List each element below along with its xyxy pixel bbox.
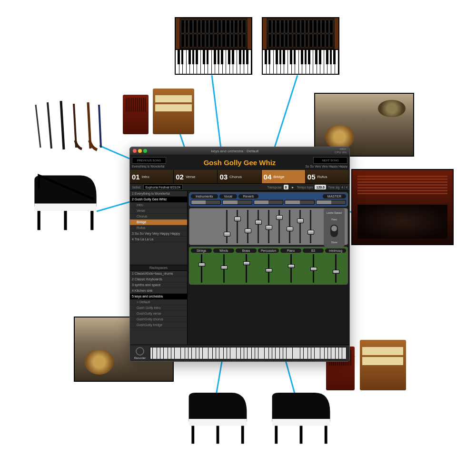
channel-label: Percussion [258,248,279,253]
rackspace-row[interactable]: 5 keys and orchestra [130,294,187,299]
svg-rect-22 [189,419,247,426]
surround-piano-3 [267,390,336,447]
rackspace-row[interactable]: 2 Classic Keyboards [130,277,187,282]
prev-song-button[interactable]: PREVIOUS SONG [132,157,166,164]
channel-fader-strings[interactable] [191,254,212,283]
level-meter [191,200,221,205]
current-song-title: Gosh Golly Gee Whiz [177,159,303,167]
tab-row: InstrumentsVocalReverbMASTER [191,194,346,198]
title-bar: keys and orchestra : Default MIDI:CPU: 6… [130,147,349,155]
song-part-row[interactable]: Intro [130,202,187,208]
prev-song-name: Everything is Wonderful [132,165,175,168]
surround-piano-2 [183,390,252,447]
rackspace-variation-row[interactable]: > Default [130,299,187,305]
channel-fader-winds[interactable] [213,254,234,283]
part-bridge[interactable]: 04Bridge [262,170,306,183]
leslie-switch[interactable] [330,225,338,237]
drawbar[interactable] [286,210,293,243]
channel-fader-minimoog[interactable] [325,254,346,283]
record-icon[interactable] [136,347,144,356]
drawbar[interactable] [307,210,314,243]
app-title: keys and orchestra : Default [149,149,321,153]
tab-instruments[interactable]: Instruments [191,194,218,198]
leslie-fast-label: Fast [331,218,337,221]
song-part-row[interactable]: Verse [130,208,187,214]
part-verse[interactable]: 02Verse [174,170,218,183]
level-meter [316,200,346,205]
channel-fader-brass[interactable] [236,254,257,283]
surround-orchestra [351,169,454,245]
tab-master[interactable]: MASTER [323,194,346,198]
drawbar[interactable] [255,210,261,243]
songs-list[interactable]: 1 Everything is Wonderful2 Gosh Golly Ge… [130,191,187,265]
drawbar[interactable] [234,210,240,243]
channel-fader-piano[interactable] [280,254,301,283]
drawbar[interactable] [276,210,282,243]
song-parts-strip: 01Intro02Verse03Chorus04Bridge05Rufus [130,170,349,183]
mixer-panel: StringsWindsBrassPercussionPianoB3minimo… [189,247,348,285]
rackspace-row[interactable]: 4 Kitchen sink [130,288,187,294]
song-row[interactable]: 4 Tra La La La [130,237,187,242]
tempo-label: Tempo bpm [297,186,313,189]
song-part-row[interactable]: Bridge [130,219,187,225]
surround-piano-1 [29,174,102,233]
setlist-label: Setlist: [132,186,141,189]
level-meter [254,200,284,205]
part-chorus[interactable]: 03Chorus [218,170,261,183]
rackspace-variation-row[interactable]: GoshGolly bridge [130,322,187,328]
tab-panel: InstrumentsVocalReverbMASTER [189,192,348,207]
channel-fader-percussion[interactable] [258,254,279,283]
rackspace-variation-row[interactable]: Gosh Golly intro [130,305,187,311]
part-rufus[interactable]: 05Rufus [306,170,349,183]
surround-synth-2 [262,17,339,75]
tab-reverb[interactable]: Reverb [238,194,259,198]
timesig-value[interactable]: 4 / 4 [341,186,347,189]
recorder[interactable]: Recorder [133,347,147,359]
perf-stats: MIDI:CPU: 6% [323,148,347,154]
channel-label: Winds [213,248,234,253]
rackspaces-list[interactable]: 1 ClassicKbds+bass_drums2 Classic Keyboa… [130,271,187,345]
recorder-label: Recorder [134,357,146,359]
song-nav-bar: PREVIOUS SONG Everything is Wonderful Go… [130,155,349,170]
drawbar[interactable] [244,210,251,243]
transpose-label: Transpose [267,186,281,189]
setlist-select[interactable]: Euphoria Festival 8/31/24 [143,184,183,190]
song-part-row[interactable]: Chorus [130,214,187,219]
song-row[interactable]: 2 Gosh Golly Gee Whiz [130,197,187,202]
window-controls[interactable] [133,149,147,153]
midi-keyboard[interactable] [150,347,347,359]
svg-line-13 [61,101,64,149]
channel-fader-b3[interactable] [303,254,324,283]
song-part-row[interactable]: Rufus [130,225,187,231]
drawbar[interactable] [223,210,230,243]
song-row[interactable]: 1 Everything is Wonderful [130,191,187,197]
footer-bar: Recorder [130,345,349,361]
play-icon[interactable]: ▸ [290,185,295,189]
rackspace-row[interactable]: 1 ClassicKbds+bass_drums [130,271,187,277]
part-intro[interactable]: 01Intro [130,170,174,183]
leslie-slow-label: Slow [331,241,337,244]
transpose-value[interactable]: 0 [284,185,288,189]
drawbar[interactable] [265,210,272,243]
channel-label: Strings [191,248,212,253]
channel-label: minimoog [325,248,346,253]
level-meter [222,200,252,205]
rackspace-variation-row[interactable]: GoshGolly verse [130,311,187,317]
song-row[interactable]: 3 So So Very Very Happy Happy [130,231,187,237]
surround-woodwinds [29,95,105,152]
next-song-button[interactable]: NEXT SONG [313,157,347,164]
channel-label: Piano [280,248,301,253]
tab-vocal[interactable]: Vocal [219,194,237,198]
tempo-value[interactable]: 120.0 [315,185,326,189]
timesig-label: Time sig [328,186,339,189]
sidebar: 1 Everything is Wonderful2 Gosh Golly Ge… [130,191,188,345]
svg-line-12 [48,102,51,149]
rackspace-row[interactable]: 3 synths and space [130,282,187,288]
leslie-title: Leslie Speed [327,211,342,214]
rackspace-variation-row[interactable]: GoshGolly chorus [130,317,187,322]
surround-synth-1 [175,17,252,75]
svg-line-16 [99,105,101,148]
app-window: keys and orchestra : Default MIDI:CPU: 6… [129,147,350,362]
drawbar[interactable] [297,210,303,243]
drawbar-panel: Leslie Speed Fast Slow [189,208,348,245]
